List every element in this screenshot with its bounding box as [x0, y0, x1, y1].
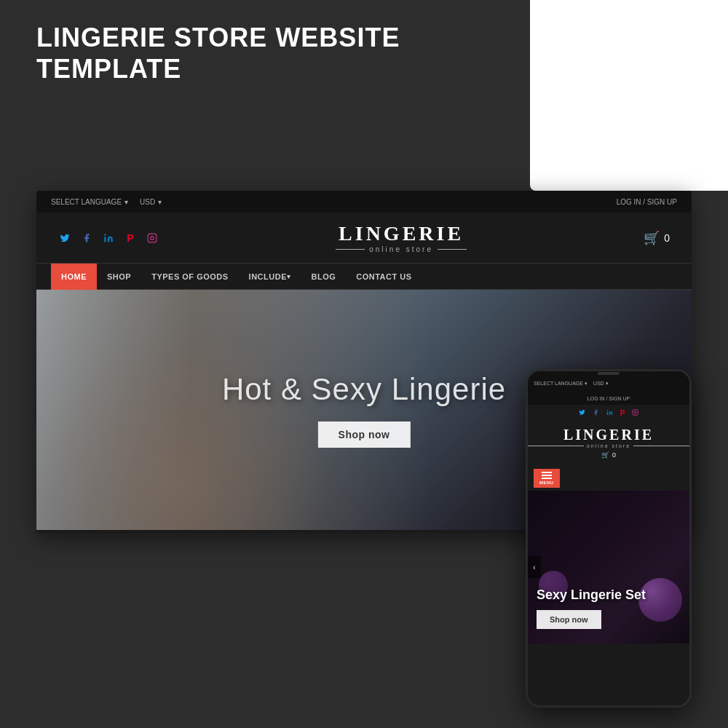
cart-area[interactable]: 🛒 0: [644, 230, 670, 246]
hero-title: Hot & Sexy Lingerie: [222, 372, 506, 407]
mobile-cart-icon: 🛒: [601, 451, 609, 459]
svg-point-6: [634, 411, 636, 414]
white-corner: [530, 0, 728, 191]
shop-now-button[interactable]: Shop now: [318, 422, 411, 448]
twitter-icon[interactable]: [58, 232, 71, 245]
mobile-hero-content: Sexy Lingerie Set Shop now: [537, 587, 681, 629]
mobile-header: LINGERIE online store 🛒 0: [528, 421, 689, 466]
logo-name[interactable]: LINGERIE: [336, 222, 467, 245]
mobile-facebook-icon[interactable]: [593, 409, 599, 417]
page-title: LINGERIE STORE WEBSITE TEMPLATE: [36, 22, 502, 84]
currency-label: USD: [140, 198, 155, 206]
svg-point-2: [151, 236, 154, 240]
menu-label: MENU: [539, 480, 554, 485]
mobile-login-bar: LOG IN / SIGN UP: [528, 392, 689, 405]
mobile-login-text[interactable]: LOG IN / SIGN UP: [587, 396, 630, 401]
mobile-twitter-icon[interactable]: [579, 409, 585, 417]
linkedin-icon[interactable]: [102, 232, 115, 245]
mobile-camera: [598, 372, 620, 375]
svg-rect-1: [148, 234, 157, 242]
nav-item-types[interactable]: TYPES OF GOODS: [141, 264, 238, 290]
hero-content: Hot & Sexy Lingerie Shop now: [222, 372, 506, 448]
svg-rect-5: [633, 409, 638, 415]
cart-count: 0: [664, 232, 670, 244]
currency-dropdown-icon[interactable]: ▾: [158, 198, 162, 206]
nav-item-blog[interactable]: BLOG: [301, 264, 346, 290]
mobile-social-bar: P: [528, 405, 689, 421]
language-label: SELECT LANGUAGE: [51, 198, 122, 206]
menu-line-1: [542, 472, 552, 473]
nav-item-home[interactable]: HOME: [51, 264, 97, 290]
menu-line-3: [542, 478, 552, 479]
mobile-instagram-icon[interactable]: [632, 409, 638, 417]
topbar-right: LOG IN / SIGN UP: [617, 198, 677, 206]
language-dropdown-icon[interactable]: ▾: [124, 198, 128, 206]
facebook-icon[interactable]: [80, 232, 93, 245]
instagram-icon[interactable]: [146, 232, 159, 245]
mobile-cart-count: 0: [612, 451, 616, 459]
mobile-prev-arrow[interactable]: ‹: [528, 556, 541, 578]
logo-subtitle-text: online store: [369, 245, 433, 253]
mobile-shop-now-button[interactable]: Shop now: [537, 610, 601, 629]
mobile-lang: SELECT LANGUAGE ▾ USD ▾: [534, 381, 609, 387]
mobile-mockup: SELECT LANGUAGE ▾ USD ▾ LOG IN / SIGN UP…: [526, 369, 692, 708]
mobile-logo-name[interactable]: LINGERIE: [528, 427, 689, 443]
mobile-logo-subtitle: online store: [528, 443, 689, 448]
desktop-nav: HOME SHOP TYPES OF GOODS INCLUDE BLOG CO…: [36, 264, 692, 290]
topbar-left: SELECT LANGUAGE ▾ USD ▾: [51, 198, 162, 206]
mobile-hero: ‹ Sexy Lingerie Set Shop now: [528, 491, 689, 644]
svg-point-4: [606, 409, 608, 411]
cart-icon: 🛒: [644, 230, 660, 246]
login-link[interactable]: LOG IN / SIGN UP: [617, 198, 677, 206]
logo-subtitle: online store: [336, 245, 467, 253]
mobile-utility-bar: SELECT LANGUAGE ▾ USD ▾: [528, 376, 689, 392]
svg-point-0: [104, 234, 106, 235]
desktop-topbar: SELECT LANGUAGE ▾ USD ▾ LOG IN / SIGN UP: [36, 191, 692, 213]
mobile-pinterest-icon[interactable]: P: [620, 409, 625, 417]
social-icons: P: [58, 232, 159, 245]
logo-area: LINGERIE online store: [336, 222, 467, 253]
title-section: LINGERIE STORE WEBSITE TEMPLATE: [36, 22, 502, 84]
nav-item-contact[interactable]: CONTACT US: [346, 264, 422, 290]
menu-line-2: [542, 475, 552, 476]
mobile-cart[interactable]: 🛒 0: [528, 448, 689, 462]
nav-item-include[interactable]: INCLUDE: [239, 264, 301, 290]
desktop-header: P LINGERIE online store 🛒 0: [36, 213, 692, 264]
mobile-menu-bar: MENU: [528, 466, 689, 491]
mobile-logo-subtitle-text: online store: [587, 443, 630, 448]
mobile-linkedin-icon[interactable]: [606, 409, 613, 417]
mobile-menu-button[interactable]: MENU: [534, 469, 560, 488]
pinterest-icon[interactable]: P: [124, 232, 137, 245]
mobile-hero-title: Sexy Lingerie Set: [537, 587, 681, 603]
nav-item-shop[interactable]: SHOP: [97, 264, 141, 290]
